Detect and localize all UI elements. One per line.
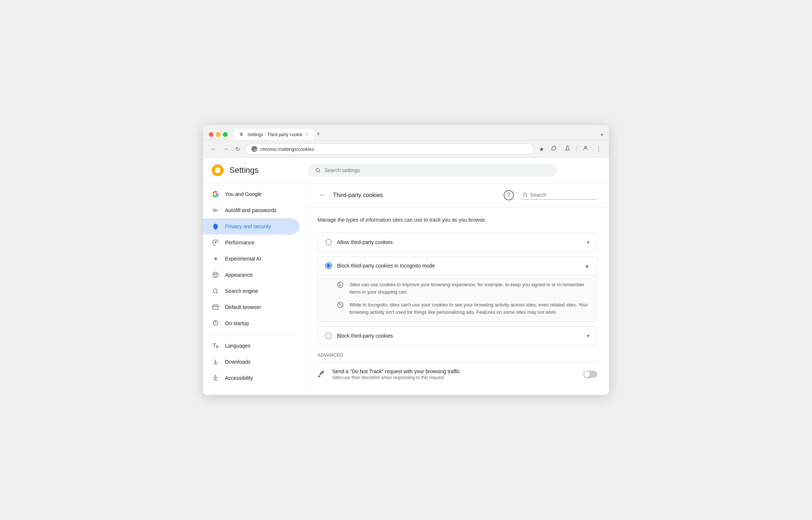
lab-button[interactable] [563, 144, 572, 154]
sidebar-item-experimental-ai[interactable]: ✦ Experimental AI [203, 251, 300, 267]
svg-point-6 [213, 209, 215, 211]
content-header: ← Third-party cookies ? [306, 183, 609, 207]
svg-point-15 [523, 193, 526, 196]
shield-icon-svg [212, 223, 219, 230]
radio-incognito[interactable] [325, 262, 332, 269]
download-icon-svg [212, 359, 219, 365]
tab-dropdown-button[interactable]: ▾ [601, 132, 603, 137]
toolbar-icons: ★ ⋮ [537, 144, 603, 154]
url-text: chrome://settings/cookies [260, 146, 528, 152]
svg-point-5 [316, 168, 319, 172]
sidebar-item-default-browser[interactable]: Default browser [203, 299, 300, 315]
expanded-text-incognito: While in Incognito, sites can't use your… [349, 301, 590, 316]
settings-search-input[interactable] [325, 167, 550, 173]
sidebar-label-you-and-google: You and Google [225, 191, 262, 197]
content-search-bar[interactable] [520, 190, 597, 200]
toolbar-divider [576, 145, 577, 153]
sidebar-item-performance[interactable]: Performance [203, 234, 300, 251]
sidebar-label-languages: Languages [225, 343, 250, 349]
settings-title: Settings [229, 166, 259, 175]
sidebar-label-experimental-ai: Experimental AI [225, 256, 261, 262]
performance-icon-svg [212, 239, 219, 246]
settings-header: Settings [203, 158, 609, 183]
svg-point-18 [341, 285, 341, 286]
sidebar-item-appearance[interactable]: Appearance [203, 267, 300, 283]
active-tab[interactable]: ⚙ Settings - Third-party cookie ✕ [234, 129, 313, 140]
back-button[interactable]: ← [209, 144, 218, 154]
svg-point-4 [215, 167, 221, 173]
sidebar-label-appearance: Appearance [225, 272, 253, 278]
option-allow-header[interactable]: Allow third-party cookies ▾ [318, 233, 597, 251]
option-block-header[interactable]: Block third-party cookies ▾ [318, 327, 597, 345]
close-traffic-light[interactable] [209, 132, 214, 137]
sidebar-item-downloads[interactable]: Downloads [203, 354, 300, 370]
profile-button[interactable] [581, 144, 590, 154]
advanced-dnt-subtitle: Sites use their discretion when respondi… [332, 375, 577, 380]
tab-favicon: ⚙ [239, 132, 245, 137]
svg-point-19 [339, 286, 340, 286]
sidebar-item-privacy[interactable]: Privacy and security [203, 218, 300, 234]
sidebar-item-search-engine[interactable]: Search engine [203, 283, 300, 299]
refresh-button[interactable]: ↻ [234, 144, 242, 154]
languages-icon [212, 342, 219, 349]
cookie-icon-svg [337, 281, 344, 288]
radio-block[interactable] [325, 332, 332, 339]
shield-icon [212, 223, 219, 230]
sidebar-label-downloads: Downloads [225, 359, 250, 365]
browser-icon [212, 303, 219, 311]
sidebar-label-search-engine: Search engine [225, 288, 258, 294]
tab-bar: ⚙ Settings - Third-party cookie ✕ + [234, 129, 323, 140]
content-search-input[interactable] [530, 192, 594, 198]
browser-icon-svg [212, 304, 219, 310]
section-description: Manage the types of information sites ca… [318, 216, 597, 224]
option-incognito-header[interactable]: Block third-party cookies in Incognito m… [318, 257, 597, 275]
option-allow-label: Allow third-party cookies [337, 239, 582, 245]
expanded-item-cookies: Sites can use cookies to improve your br… [337, 281, 590, 295]
chrome-icon [251, 146, 257, 152]
sidebar-item-you-and-google[interactable]: You and Google [203, 186, 300, 202]
help-button[interactable]: ? [504, 190, 514, 200]
chevron-incognito: ▲ [584, 263, 590, 269]
key-icon [212, 207, 219, 214]
svg-line-21 [338, 303, 342, 307]
bookmark-button[interactable]: ★ [537, 144, 545, 154]
svg-rect-12 [213, 305, 218, 309]
menu-button[interactable]: ⋮ [594, 144, 603, 154]
sidebar-label-privacy: Privacy and security [225, 223, 271, 229]
sidebar-label-default-browser: Default browser [225, 304, 261, 310]
sidebar-item-autofill[interactable]: Autofill and passwords [203, 202, 300, 218]
settings-search-bar[interactable] [308, 164, 557, 177]
gauge-icon [212, 239, 219, 246]
content-back-button[interactable]: ← [318, 190, 327, 200]
svg-point-16 [338, 282, 343, 288]
tab-close-button[interactable]: ✕ [305, 132, 308, 137]
sidebar: You and Google Autofill and passwords Pr… [203, 183, 306, 395]
sidebar-label-autofill: Autofill and passwords [225, 207, 276, 213]
dnt-icon-svg [318, 370, 326, 378]
main-content: ← Third-party cookies ? Manage the types… [306, 183, 609, 395]
svg-point-14 [215, 375, 216, 376]
autofill-icon-svg [212, 207, 219, 214]
startup-icon [212, 320, 219, 327]
minimize-traffic-light[interactable] [216, 132, 221, 137]
new-tab-button[interactable]: + [313, 129, 323, 139]
radio-incognito-inner [327, 264, 330, 268]
content-title: Third-party cookies [333, 192, 498, 199]
forward-button[interactable]: → [221, 144, 230, 154]
appearance-icon-svg [212, 272, 219, 278]
star-diamond-icon: ✦ [212, 255, 219, 262]
maximize-traffic-light[interactable] [223, 132, 228, 137]
extensions-button[interactable] [550, 144, 559, 154]
radio-allow[interactable] [325, 239, 332, 246]
sidebar-item-languages[interactable]: Languages [203, 338, 300, 354]
sidebar-item-accessibility[interactable]: Accessibility [203, 370, 300, 386]
chrome-logo-svg [252, 146, 257, 152]
dnt-toggle[interactable] [583, 371, 597, 378]
url-bar[interactable]: chrome://settings/cookies [245, 143, 534, 154]
expanded-item-incognito: While in Incognito, sites can't use your… [337, 301, 590, 316]
settings-logo [212, 164, 224, 176]
sidebar-item-on-startup[interactable]: On startup [203, 315, 300, 331]
svg-point-2 [584, 146, 586, 148]
chevron-block: ▾ [587, 333, 590, 339]
flask-icon [565, 145, 570, 151]
